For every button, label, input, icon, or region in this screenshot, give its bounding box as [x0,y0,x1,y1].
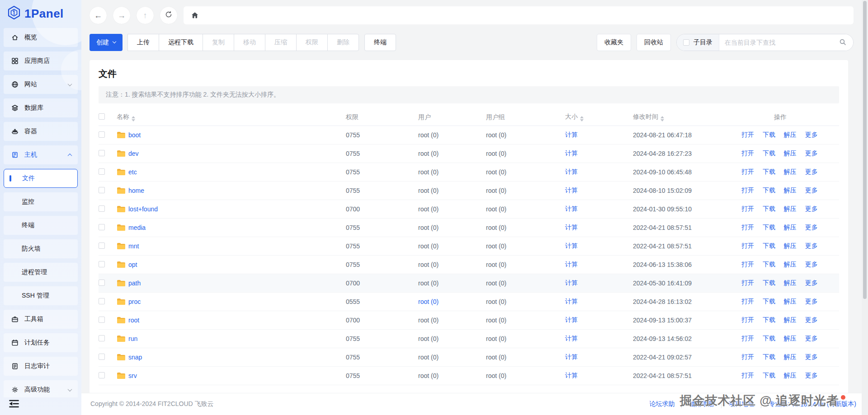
action-unzip-link[interactable]: 解压 [784,353,797,360]
terminal-button[interactable]: 终端 [364,34,396,51]
header-name[interactable]: 名称 [117,113,346,121]
action-download-link[interactable]: 下载 [763,353,775,360]
action-more-link[interactable]: 更多 [805,149,818,157]
row-checkbox[interactable] [99,224,105,230]
calculate-size-link[interactable]: 计算 [565,187,578,194]
file-name-link[interactable]: srv [128,372,137,379]
toolbar-action-button[interactable]: 远程下载 [159,34,203,51]
row-checkbox[interactable] [99,205,105,212]
action-more-link[interactable]: 更多 [805,168,818,175]
sort-icon[interactable] [132,116,135,121]
calculate-size-link[interactable]: 计算 [565,224,578,231]
row-checkbox[interactable] [99,335,105,341]
action-more-link[interactable]: 更多 [805,353,818,360]
sort-icon[interactable] [660,116,664,121]
file-name-link[interactable]: root [128,317,139,324]
recycle-bin-button[interactable]: 回收站 [637,34,671,51]
sidebar-item[interactable]: 高级功能 [4,380,78,397]
row-checkbox[interactable] [99,280,105,286]
row-checkbox[interactable] [99,317,105,323]
sidebar-subitem[interactable]: 防火墙 [4,239,78,258]
file-name-link[interactable]: lost+found [128,205,158,213]
sidebar-item[interactable]: 容器 [4,122,78,141]
footer-link[interactable]: 使用手册 [681,400,714,408]
action-open-link[interactable]: 打开 [741,261,754,268]
row-checkbox[interactable] [99,150,105,156]
footer-link[interactable]: 项目地址 [721,400,754,408]
file-name-link[interactable]: boot [128,131,141,139]
action-download-link[interactable]: 下载 [763,187,775,194]
action-open-link[interactable]: 打开 [741,168,754,175]
row-checkbox[interactable] [99,168,105,175]
version-link[interactable]: v1.10.14-lts [792,401,824,408]
row-checkbox[interactable] [99,372,105,378]
action-more-link[interactable]: 更多 [805,372,818,379]
file-name-link[interactable]: dev [128,150,139,157]
action-open-link[interactable]: 打开 [741,187,754,194]
calculate-size-link[interactable]: 计算 [565,205,578,212]
sidebar-collapse-button[interactable] [6,398,22,411]
sidebar-item[interactable]: 概览 [4,28,78,47]
file-name-link[interactable]: opt [128,261,137,268]
sidebar-item[interactable]: 计划任务 [4,333,78,352]
action-open-link[interactable]: 打开 [741,131,754,138]
action-more-link[interactable]: 更多 [805,298,818,305]
new-version-link[interactable]: (有新版本) [827,400,856,408]
action-download-link[interactable]: 下载 [763,372,775,379]
calculate-size-link[interactable]: 计算 [565,131,578,138]
action-unzip-link[interactable]: 解压 [784,261,797,268]
action-more-link[interactable]: 更多 [805,242,818,249]
action-open-link[interactable]: 打开 [741,335,754,342]
header-size[interactable]: 大小 [565,113,633,121]
row-checkbox[interactable] [99,298,105,304]
toolbar-action-button[interactable]: 复制 [203,34,234,51]
action-open-link[interactable]: 打开 [741,353,754,360]
calculate-size-link[interactable]: 计算 [565,372,578,379]
action-more-link[interactable]: 更多 [805,224,818,231]
breadcrumb-home-icon[interactable] [191,11,199,19]
action-unzip-link[interactable]: 解压 [784,224,797,231]
action-open-link[interactable]: 打开 [741,205,754,212]
action-unzip-link[interactable]: 解压 [784,205,797,212]
sidebar-item[interactable]: 工具箱 [4,310,78,329]
toolbar-action-button[interactable]: 上传 [127,34,159,51]
row-checkbox[interactable] [99,354,105,360]
action-open-link[interactable]: 打开 [741,316,754,323]
file-name-link[interactable]: media [128,224,146,231]
action-open-link[interactable]: 打开 [741,224,754,231]
calculate-size-link[interactable]: 计算 [565,298,578,305]
sidebar-item[interactable]: 主机 [4,145,78,164]
file-name-link[interactable]: run [128,335,137,342]
action-unzip-link[interactable]: 解压 [784,187,797,194]
action-download-link[interactable]: 下载 [763,261,775,268]
file-name-link[interactable]: home [128,187,144,194]
calculate-size-link[interactable]: 计算 [565,335,578,342]
action-download-link[interactable]: 下载 [763,242,775,249]
action-open-link[interactable]: 打开 [741,149,754,157]
action-unzip-link[interactable]: 解压 [784,372,797,379]
action-download-link[interactable]: 下载 [763,131,775,138]
favorites-button[interactable]: 收藏夹 [597,34,631,51]
action-more-link[interactable]: 更多 [805,261,818,268]
sidebar-subitem[interactable]: 终端 [4,216,78,235]
action-download-link[interactable]: 下载 [763,279,775,286]
toolbar-action-button[interactable]: 删除 [327,34,359,51]
action-download-link[interactable]: 下载 [763,224,775,231]
toolbar-action-button[interactable]: 移动 [234,34,265,51]
file-name-link[interactable]: snap [128,354,142,361]
calculate-size-link[interactable]: 计算 [565,279,578,286]
sidebar-subitem[interactable]: 监控 [4,192,78,211]
up-directory-button[interactable]: ↑ [137,7,154,24]
action-download-link[interactable]: 下载 [763,168,775,175]
sidebar-item[interactable]: 网站 [4,75,78,94]
action-unzip-link[interactable]: 解压 [784,298,797,305]
toolbar-action-button[interactable]: 压缩 [265,34,297,51]
calculate-size-link[interactable]: 计算 [565,353,578,360]
action-more-link[interactable]: 更多 [805,131,818,138]
breadcrumb-path-bar[interactable] [184,6,854,24]
action-download-link[interactable]: 下载 [763,205,775,212]
toolbar-action-button[interactable]: 权限 [296,34,328,51]
footer-link[interactable]: 论坛求助 [649,400,675,408]
calculate-size-link[interactable]: 计算 [565,242,578,249]
row-checkbox[interactable] [99,187,105,193]
